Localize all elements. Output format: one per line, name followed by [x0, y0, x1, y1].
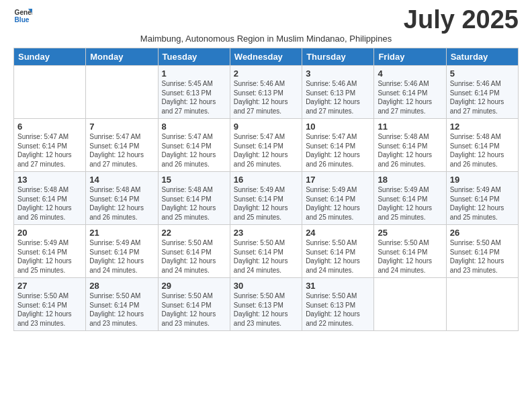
table-row: 21Sunrise: 5:49 AM Sunset: 6:14 PM Dayli…: [86, 225, 158, 278]
table-row: 28Sunrise: 5:50 AM Sunset: 6:14 PM Dayli…: [86, 278, 158, 331]
day-number: 22: [162, 228, 226, 238]
day-info: Sunrise: 5:46 AM Sunset: 6:14 PM Dayligh…: [378, 79, 442, 116]
table-row: 2Sunrise: 5:46 AM Sunset: 6:13 PM Daylig…: [230, 66, 302, 119]
day-number: 27: [17, 281, 82, 291]
table-row: 5Sunrise: 5:46 AM Sunset: 6:14 PM Daylig…: [446, 66, 518, 119]
day-info: Sunrise: 5:49 AM Sunset: 6:14 PM Dayligh…: [450, 185, 515, 222]
day-info: Sunrise: 5:49 AM Sunset: 6:14 PM Dayligh…: [378, 185, 442, 222]
day-number: 5: [450, 68, 515, 79]
day-info: Sunrise: 5:50 AM Sunset: 6:14 PM Dayligh…: [450, 238, 515, 275]
day-number: 12: [450, 122, 515, 132]
day-info: Sunrise: 5:46 AM Sunset: 6:14 PM Dayligh…: [450, 79, 515, 116]
day-number: 10: [306, 122, 370, 132]
day-number: 4: [378, 68, 442, 79]
col-friday: Friday: [374, 48, 446, 66]
table-row: 25Sunrise: 5:50 AM Sunset: 6:14 PM Dayli…: [374, 225, 446, 278]
day-info: Sunrise: 5:47 AM Sunset: 6:14 PM Dayligh…: [234, 132, 298, 169]
day-number: 24: [306, 228, 370, 238]
table-row: 8Sunrise: 5:47 AM Sunset: 6:14 PM Daylig…: [158, 119, 230, 172]
logo-icon: General Blue: [13, 7, 32, 26]
day-info: Sunrise: 5:50 AM Sunset: 6:14 PM Dayligh…: [162, 291, 226, 328]
day-info: Sunrise: 5:49 AM Sunset: 6:14 PM Dayligh…: [234, 185, 298, 222]
day-info: Sunrise: 5:48 AM Sunset: 6:14 PM Dayligh…: [89, 185, 154, 222]
day-number: 19: [450, 175, 515, 185]
table-row: 24Sunrise: 5:50 AM Sunset: 6:14 PM Dayli…: [302, 225, 374, 278]
calendar-row: 6Sunrise: 5:47 AM Sunset: 6:14 PM Daylig…: [14, 119, 519, 172]
day-info: Sunrise: 5:47 AM Sunset: 6:14 PM Dayligh…: [306, 132, 370, 169]
table-row: [374, 278, 446, 331]
day-number: 28: [89, 281, 154, 291]
table-row: 9Sunrise: 5:47 AM Sunset: 6:14 PM Daylig…: [230, 119, 302, 172]
table-row: 13Sunrise: 5:48 AM Sunset: 6:14 PM Dayli…: [14, 172, 86, 225]
table-row: 31Sunrise: 5:50 AM Sunset: 6:13 PM Dayli…: [302, 278, 374, 331]
calendar-row: 13Sunrise: 5:48 AM Sunset: 6:14 PM Dayli…: [14, 172, 519, 225]
month-title: July 2025: [404, 7, 519, 32]
table-row: 10Sunrise: 5:47 AM Sunset: 6:14 PM Dayli…: [302, 119, 374, 172]
table-row: 7Sunrise: 5:47 AM Sunset: 6:14 PM Daylig…: [86, 119, 158, 172]
day-number: 11: [378, 122, 442, 132]
table-row: 29Sunrise: 5:50 AM Sunset: 6:14 PM Dayli…: [158, 278, 230, 331]
day-number: 31: [306, 281, 370, 291]
table-row: 17Sunrise: 5:49 AM Sunset: 6:14 PM Dayli…: [302, 172, 374, 225]
col-sunday: Sunday: [14, 48, 86, 66]
day-number: 20: [17, 228, 82, 238]
day-info: Sunrise: 5:46 AM Sunset: 6:13 PM Dayligh…: [306, 79, 370, 116]
table-row: 15Sunrise: 5:48 AM Sunset: 6:14 PM Dayli…: [158, 172, 230, 225]
day-info: Sunrise: 5:48 AM Sunset: 6:14 PM Dayligh…: [450, 132, 515, 169]
table-row: 3Sunrise: 5:46 AM Sunset: 6:13 PM Daylig…: [302, 66, 374, 119]
day-info: Sunrise: 5:48 AM Sunset: 6:14 PM Dayligh…: [378, 132, 442, 169]
day-number: 30: [234, 281, 298, 291]
day-info: Sunrise: 5:50 AM Sunset: 6:14 PM Dayligh…: [162, 238, 226, 275]
table-row: 30Sunrise: 5:50 AM Sunset: 6:13 PM Dayli…: [230, 278, 302, 331]
logo: General Blue: [13, 7, 32, 26]
table-row: 20Sunrise: 5:49 AM Sunset: 6:14 PM Dayli…: [14, 225, 86, 278]
day-info: Sunrise: 5:45 AM Sunset: 6:13 PM Dayligh…: [162, 79, 226, 116]
day-info: Sunrise: 5:50 AM Sunset: 6:14 PM Dayligh…: [89, 291, 154, 328]
day-info: Sunrise: 5:47 AM Sunset: 6:14 PM Dayligh…: [17, 132, 82, 169]
table-row: [86, 66, 158, 119]
calendar-row: 27Sunrise: 5:50 AM Sunset: 6:14 PM Dayli…: [14, 278, 519, 331]
day-number: 3: [306, 68, 370, 79]
table-row: 26Sunrise: 5:50 AM Sunset: 6:14 PM Dayli…: [446, 225, 518, 278]
day-info: Sunrise: 5:50 AM Sunset: 6:13 PM Dayligh…: [234, 291, 298, 328]
table-row: 22Sunrise: 5:50 AM Sunset: 6:14 PM Dayli…: [158, 225, 230, 278]
day-info: Sunrise: 5:50 AM Sunset: 6:14 PM Dayligh…: [17, 291, 82, 328]
calendar-row: 1Sunrise: 5:45 AM Sunset: 6:13 PM Daylig…: [14, 66, 519, 119]
day-number: 26: [450, 228, 515, 238]
day-number: 18: [378, 175, 442, 185]
day-info: Sunrise: 5:50 AM Sunset: 6:13 PM Dayligh…: [306, 291, 370, 328]
table-row: 27Sunrise: 5:50 AM Sunset: 6:14 PM Dayli…: [14, 278, 86, 331]
table-row: 6Sunrise: 5:47 AM Sunset: 6:14 PM Daylig…: [14, 119, 86, 172]
table-row: [446, 278, 518, 331]
day-info: Sunrise: 5:49 AM Sunset: 6:14 PM Dayligh…: [306, 185, 370, 222]
day-number: 13: [17, 175, 82, 185]
calendar-row: 20Sunrise: 5:49 AM Sunset: 6:14 PM Dayli…: [14, 225, 519, 278]
day-number: 25: [378, 228, 442, 238]
day-number: 1: [162, 68, 226, 79]
col-saturday: Saturday: [446, 48, 518, 66]
day-info: Sunrise: 5:47 AM Sunset: 6:14 PM Dayligh…: [162, 132, 226, 169]
day-info: Sunrise: 5:50 AM Sunset: 6:14 PM Dayligh…: [234, 238, 298, 275]
table-row: 16Sunrise: 5:49 AM Sunset: 6:14 PM Dayli…: [230, 172, 302, 225]
subtitle: Maimbung, Autonomous Region in Muslim Mi…: [13, 34, 519, 44]
day-info: Sunrise: 5:50 AM Sunset: 6:14 PM Dayligh…: [306, 238, 370, 275]
col-thursday: Thursday: [302, 48, 374, 66]
table-row: 4Sunrise: 5:46 AM Sunset: 6:14 PM Daylig…: [374, 66, 446, 119]
day-number: 2: [234, 68, 298, 79]
table-row: 12Sunrise: 5:48 AM Sunset: 6:14 PM Dayli…: [446, 119, 518, 172]
table-row: 11Sunrise: 5:48 AM Sunset: 6:14 PM Dayli…: [374, 119, 446, 172]
header: General Blue July 2025: [13, 7, 519, 32]
day-number: 21: [89, 228, 154, 238]
day-number: 23: [234, 228, 298, 238]
day-number: 17: [306, 175, 370, 185]
day-number: 29: [162, 281, 226, 291]
day-info: Sunrise: 5:47 AM Sunset: 6:14 PM Dayligh…: [89, 132, 154, 169]
table-row: 1Sunrise: 5:45 AM Sunset: 6:13 PM Daylig…: [158, 66, 230, 119]
day-info: Sunrise: 5:49 AM Sunset: 6:14 PM Dayligh…: [89, 238, 154, 275]
calendar-header-row: Sunday Monday Tuesday Wednesday Thursday…: [14, 48, 519, 66]
day-info: Sunrise: 5:50 AM Sunset: 6:14 PM Dayligh…: [378, 238, 442, 275]
svg-text:Blue: Blue: [15, 16, 30, 24]
col-monday: Monday: [86, 48, 158, 66]
table-row: 18Sunrise: 5:49 AM Sunset: 6:14 PM Dayli…: [374, 172, 446, 225]
day-number: 16: [234, 175, 298, 185]
